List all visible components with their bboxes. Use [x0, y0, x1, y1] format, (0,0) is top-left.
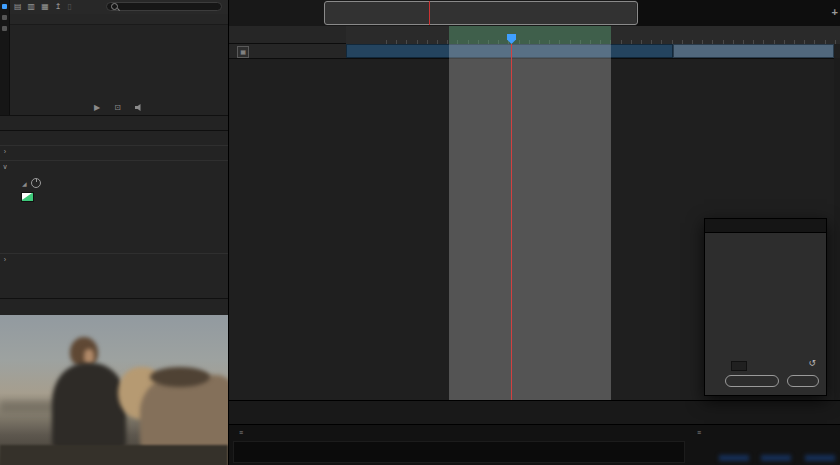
section-stretch[interactable]: › — [0, 256, 228, 263]
section-info[interactable]: › — [0, 148, 228, 155]
video-clip[interactable] — [346, 44, 673, 58]
files-panel: ▤ ▥ ▦ ↥ ▯ ▶ ⊡ — [10, 0, 228, 115]
timeline-ruler[interactable] — [346, 26, 840, 45]
search-icon — [111, 3, 118, 10]
horse-mane — [150, 367, 210, 387]
navigator-playhead — [429, 1, 430, 25]
search-input[interactable] — [106, 2, 222, 11]
selection-end-value — [761, 455, 791, 461]
chevron-right-icon: › — [0, 256, 10, 263]
rail-icon[interactable] — [2, 15, 7, 20]
files-mini-transport: ▶ ⊡ — [10, 101, 228, 114]
video-track-header: ▦ — [229, 44, 346, 58]
import-icon[interactable]: ▥ — [28, 3, 36, 11]
playhead-line — [511, 44, 512, 400]
export-icon[interactable]: ⊡ — [114, 103, 121, 112]
section-basic-settings[interactable]: ∨ — [0, 163, 228, 171]
track-color-dialog: ↺ — [704, 218, 827, 396]
chevron-right-icon: › — [0, 148, 10, 155]
video-track-row: ▦ — [229, 44, 840, 59]
properties-panel: › ∨ ◢ › — [0, 130, 228, 299]
selection-view-panel: ≡ — [697, 429, 837, 446]
man-body — [52, 363, 126, 449]
navigator-viewport[interactable] — [324, 1, 638, 25]
panel-tabs — [0, 115, 228, 131]
panel-menu-icon[interactable]: ≡ — [697, 429, 701, 436]
ok-button[interactable] — [787, 375, 819, 387]
transport-bar — [229, 400, 840, 425]
selection-duration-value — [805, 455, 835, 461]
gain-knob[interactable] — [31, 178, 41, 188]
rail-icon[interactable] — [2, 26, 7, 31]
cancel-button[interactable] — [725, 375, 779, 387]
vertical-scrollbar[interactable] — [834, 58, 840, 400]
tab-levels[interactable]: ≡ — [235, 429, 243, 436]
bottom-panels: ≡ ≡ — [229, 424, 840, 465]
video-clip-tail[interactable] — [673, 44, 834, 58]
ruler-selection-band — [449, 26, 611, 44]
film-icon[interactable]: ▦ — [237, 46, 249, 58]
clip-gain-row: ◢ — [18, 178, 246, 188]
video-preview — [0, 315, 228, 465]
preview-play-button[interactable]: ▶ — [94, 103, 100, 112]
reset-icon[interactable]: ↺ — [808, 358, 816, 368]
clip-color-row — [17, 192, 245, 202]
panel-menu-icon[interactable]: ≡ — [239, 429, 243, 436]
timeline-navigator[interactable]: + — [229, 0, 840, 27]
chevron-down-icon: ∨ — [0, 163, 10, 171]
delete-icon[interactable]: ▯ — [67, 3, 71, 11]
gain-ramp-icon: ◢ — [22, 180, 27, 187]
files-toolbar: ▤ ▥ ▦ ↥ ▯ — [10, 0, 228, 14]
speaker-icon[interactable] — [135, 104, 144, 112]
hue-input[interactable] — [731, 361, 747, 371]
clip-color-swatch[interactable] — [21, 192, 34, 202]
new-content-icon[interactable]: ▦ — [41, 3, 49, 11]
levels-meter — [233, 441, 685, 463]
foreground-grass — [0, 445, 228, 465]
open-folder-icon[interactable]: ▤ — [14, 3, 22, 11]
rail-icon-active[interactable] — [2, 4, 7, 9]
upload-icon[interactable]: ↥ — [55, 3, 62, 11]
selection-start-value — [719, 455, 749, 461]
files-list — [10, 24, 228, 100]
multitrack-editor: + ▦ ≡ ≡ — [228, 0, 840, 465]
history-video-tabs — [0, 298, 228, 316]
navigator-move-icon[interactable]: + — [832, 6, 838, 18]
editor-toolbar — [229, 26, 346, 44]
dialog-title — [705, 219, 826, 233]
